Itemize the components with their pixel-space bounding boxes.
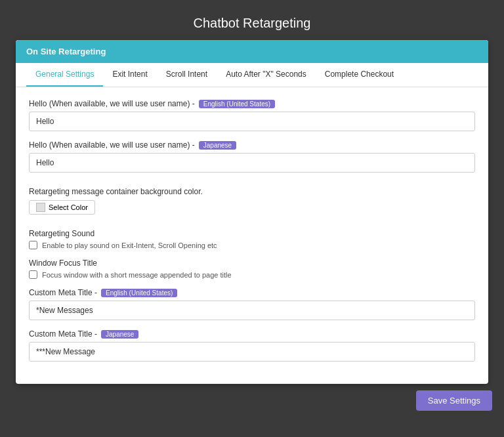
page-title: Chatbot Retargeting (7, 7, 497, 40)
custom-meta-english-input[interactable] (29, 301, 475, 320)
custom-meta-english-label: Custom Meta Title - English (United Stat… (29, 288, 475, 297)
tab-scroll-intent[interactable]: Scroll Intent (157, 63, 217, 87)
select-color-label: Select Color (49, 203, 88, 211)
tab-complete-checkout[interactable]: Complete Checkout (316, 63, 403, 87)
hello-english-label: Hello (When available, we will use user … (29, 99, 475, 108)
custom-meta-japanese-badge: Japanese (101, 330, 138, 339)
hello-english-group: Hello (When available, we will use user … (29, 99, 475, 131)
window-focus-section: Window Focus Title Focus window with a s… (29, 259, 475, 279)
bg-color-label: Retargeting message container background… (29, 187, 475, 196)
sound-checkbox-row: Enable to play sound on Exit-Intent, Scr… (29, 241, 475, 249)
color-swatch (36, 203, 45, 212)
save-settings-button[interactable]: Save Settings (416, 390, 492, 411)
sound-checkbox[interactable] (29, 241, 37, 249)
hello-japanese-label: Hello (When available, we will use user … (29, 140, 475, 150)
window-focus-checkbox[interactable] (29, 270, 37, 279)
tab-auto-after-x[interactable]: Auto After "X" Seconds (217, 63, 316, 87)
main-card: On Site Retargeting General Settings Exi… (16, 40, 488, 384)
hello-japanese-input[interactable] (29, 153, 475, 173)
window-focus-checkbox-label: Focus window with a short message append… (42, 271, 232, 279)
bottom-bar: Save Settings (0, 384, 504, 416)
custom-meta-japanese-label: Custom Meta Title - Japanese (29, 329, 475, 339)
hello-english-input[interactable] (29, 112, 475, 131)
tab-general-settings[interactable]: General Settings (26, 63, 103, 87)
custom-meta-japanese-input[interactable] (29, 342, 475, 362)
select-color-button[interactable]: Select Color (29, 200, 95, 215)
card-body: Hello (When available, we will use user … (16, 87, 488, 384)
retargeting-sound-section: Retargeting Sound Enable to play sound o… (29, 229, 475, 249)
hello-japanese-badge: Japanese (199, 141, 236, 150)
retargeting-sound-title: Retargeting Sound (29, 229, 475, 238)
custom-meta-japanese-group: Custom Meta Title - Japanese (29, 329, 475, 362)
tabs-container: General Settings Exit Intent Scroll Inte… (16, 63, 488, 87)
bg-color-section: Retargeting message container background… (29, 187, 475, 215)
window-focus-title: Window Focus Title (29, 259, 475, 268)
custom-meta-english-group: Custom Meta Title - English (United Stat… (29, 288, 475, 320)
custom-meta-english-badge: English (United States) (101, 289, 177, 297)
tab-exit-intent[interactable]: Exit Intent (103, 63, 156, 87)
hello-english-badge: English (United States) (199, 100, 275, 108)
card-header: On Site Retargeting (16, 40, 488, 63)
hello-japanese-group: Hello (When available, we will use user … (29, 140, 475, 173)
sound-checkbox-label: Enable to play sound on Exit-Intent, Scr… (42, 241, 217, 249)
window-focus-checkbox-row: Focus window with a short message append… (29, 270, 475, 279)
